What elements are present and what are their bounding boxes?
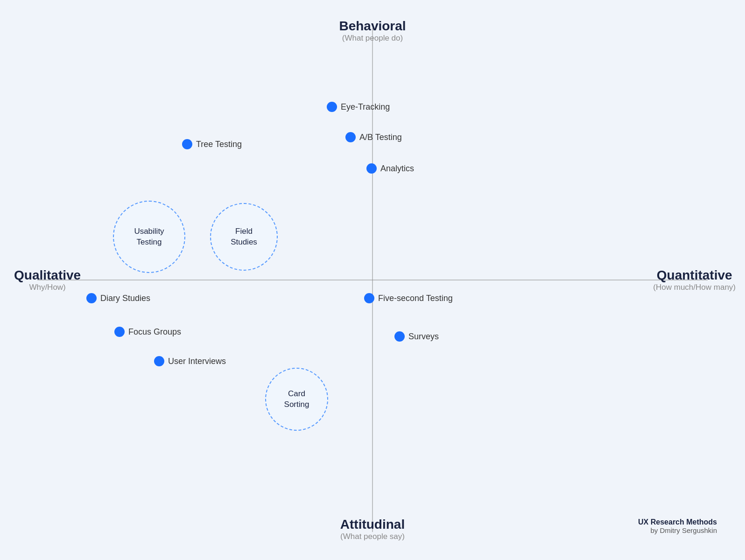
label-analytics: Analytics xyxy=(380,164,414,174)
label-eye-tracking: Eye-Tracking xyxy=(341,102,390,112)
label-tree-testing: Tree Testing xyxy=(196,140,242,149)
label-diary-studies: Diary Studies xyxy=(100,294,150,303)
circle-label-field: FieldStudies xyxy=(231,226,257,247)
data-point-diary-studies: Diary Studies xyxy=(86,293,150,303)
data-point-eye-tracking: Eye-Tracking xyxy=(327,102,390,112)
chart-container: Behavioral (What people do) Attitudinal … xyxy=(0,0,745,560)
label-quantitative: Quantitative (How much/How many) xyxy=(653,268,736,292)
dot-eye-tracking xyxy=(327,102,337,112)
dot-ab-testing xyxy=(345,132,356,142)
dot-tree-testing xyxy=(182,139,192,149)
dot-surveys xyxy=(394,331,405,342)
label-focus-groups: Focus Groups xyxy=(128,327,181,337)
circle-card-sorting: CardSorting xyxy=(265,368,328,431)
data-point-surveys: Surveys xyxy=(394,331,439,342)
dot-five-second xyxy=(364,293,374,303)
circle-usability-testing: UsabilityTesting xyxy=(113,201,185,273)
dot-diary-studies xyxy=(86,293,97,303)
dot-focus-groups xyxy=(114,327,125,337)
data-point-five-second: Five-second Testing xyxy=(364,293,453,303)
circle-label-usability: UsabilityTesting xyxy=(134,226,164,247)
data-point-analytics: Analytics xyxy=(366,163,414,174)
data-point-ab-testing: A/B Testing xyxy=(345,132,402,142)
label-qualitative: Qualitative Why/How) xyxy=(14,268,81,292)
label-ab-testing: A/B Testing xyxy=(359,133,402,142)
circle-field-studies: FieldStudies xyxy=(210,203,278,271)
label-behavioral: Behavioral (What people do) xyxy=(339,19,406,43)
circle-label-card: CardSorting xyxy=(284,389,309,409)
label-surveys: Surveys xyxy=(408,332,439,342)
label-five-second: Five-second Testing xyxy=(378,294,453,303)
attribution: UX Research Methods by Dmitry Sergushkin xyxy=(638,518,717,534)
dot-user-interviews xyxy=(154,356,164,366)
label-user-interviews: User Interviews xyxy=(168,357,226,366)
data-point-tree-testing: Tree Testing xyxy=(182,139,242,149)
data-point-focus-groups: Focus Groups xyxy=(114,327,181,337)
label-attitudinal: Attitudinal (What people say) xyxy=(340,517,405,541)
data-point-user-interviews: User Interviews xyxy=(154,356,226,366)
dot-analytics xyxy=(366,163,377,174)
